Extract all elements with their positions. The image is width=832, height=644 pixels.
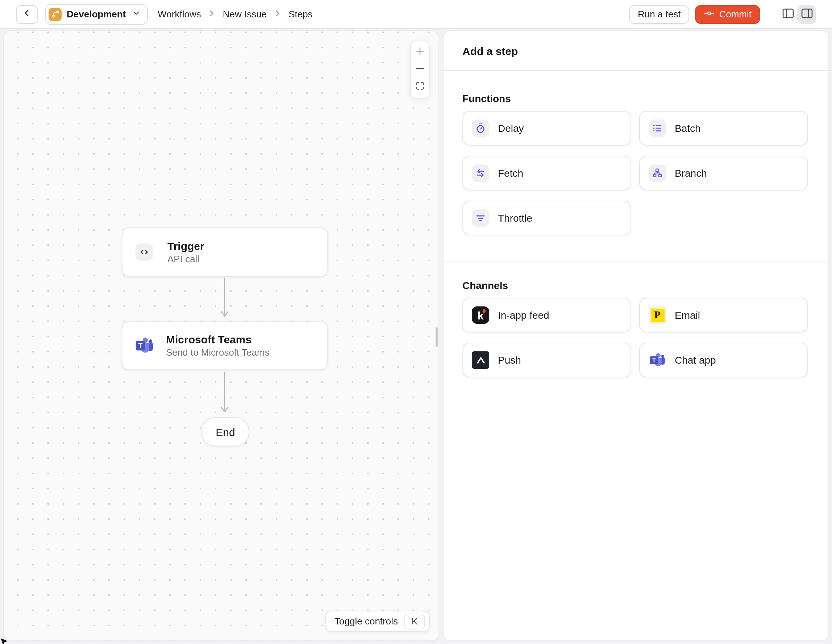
topbar: Development Workflows New Issue Steps Ru… <box>0 0 832 29</box>
node-microsoft-teams[interactable]: T Microsoft Teams Send to Microsoft Team… <box>122 321 328 370</box>
functions-section: Functions Delay <box>443 93 828 235</box>
fit-view-icon <box>414 80 426 93</box>
panel-left-icon <box>781 6 795 22</box>
step-card-branch[interactable]: Branch <box>639 156 808 190</box>
step-card-label: Branch <box>675 167 707 179</box>
functions-section-label: Functions <box>462 93 810 104</box>
fit-view-button[interactable] <box>411 78 429 96</box>
step-card-label: In-app feed <box>498 309 549 321</box>
node-subtitle: Send to Microsoft Teams <box>166 347 270 358</box>
swap-arrows-icon <box>472 165 489 182</box>
chevron-down-icon <box>131 8 141 21</box>
panel-title: Add a step <box>462 45 518 57</box>
step-card-delay[interactable]: Delay <box>462 111 631 145</box>
channels-section: Channels k In-app feed P Email <box>443 280 828 377</box>
node-trigger[interactable]: Trigger API call <box>122 227 328 277</box>
step-card-label: Throttle <box>498 212 532 224</box>
commit-icon <box>704 8 715 21</box>
node-title: Trigger <box>167 240 204 252</box>
channels-section-label: Channels <box>462 280 810 291</box>
zoom-controls <box>410 41 430 99</box>
expo-icon <box>472 352 489 369</box>
edge-trigger-to-teams <box>219 278 230 320</box>
workflow-editor: Development Workflows New Issue Steps Ru… <box>0 0 832 644</box>
step-card-chat-app[interactable]: T Chat app <box>639 343 808 377</box>
svg-text:T: T <box>652 357 656 364</box>
step-card-in-app-feed[interactable]: k In-app feed <box>462 298 631 332</box>
toggle-right-panel-button[interactable] <box>797 5 816 24</box>
chevron-right-icon <box>273 8 282 21</box>
workflow-canvas[interactable]: Trigger API call T Microsof <box>3 30 439 641</box>
postmark-icon: P <box>649 307 666 324</box>
knock-icon: k <box>472 307 489 324</box>
commit-button[interactable]: Commit <box>695 5 760 24</box>
edge-teams-to-end <box>219 372 230 416</box>
canvas-scrollbar-thumb[interactable] <box>435 328 438 347</box>
toggle-controls-label: Toggle controls <box>334 616 398 626</box>
step-card-label: Fetch <box>498 167 523 179</box>
step-card-throttle[interactable]: Throttle <box>462 201 631 235</box>
step-card-push[interactable]: Push <box>462 343 631 377</box>
plus-icon <box>414 46 426 59</box>
stopwatch-icon <box>472 120 489 137</box>
breadcrumb: Workflows New Issue Steps <box>158 8 312 21</box>
back-button[interactable] <box>16 5 38 24</box>
node-title: Microsoft Teams <box>166 333 270 345</box>
step-card-batch[interactable]: Batch <box>639 111 808 145</box>
panel-right-icon <box>800 6 813 22</box>
step-card-label: Push <box>498 354 521 366</box>
environment-label: Development <box>67 9 126 19</box>
ms-teams-icon: T <box>134 336 154 356</box>
panel-header: Add a step <box>443 31 828 71</box>
zoom-in-button[interactable] <box>411 43 429 61</box>
topbar-divider <box>770 8 770 20</box>
step-card-label: Email <box>675 309 700 321</box>
svg-text:T: T <box>138 342 143 350</box>
keyboard-shortcut-badge: K <box>405 613 425 629</box>
zoom-out-button[interactable] <box>411 61 429 78</box>
breadcrumb-steps[interactable]: Steps <box>288 9 313 19</box>
toggle-left-panel-button[interactable] <box>778 5 797 24</box>
breadcrumb-new-issue[interactable]: New Issue <box>223 9 267 19</box>
step-card-label: Chat app <box>675 354 716 366</box>
panel-divider <box>443 261 828 262</box>
org-tree-icon <box>649 165 666 182</box>
code-icon <box>136 243 153 261</box>
step-card-label: Batch <box>675 122 701 134</box>
mouse-cursor <box>0 638 9 644</box>
step-card-email[interactable]: P Email <box>639 298 808 332</box>
step-card-label: Delay <box>498 122 524 134</box>
toggle-controls-button[interactable]: Toggle controls K <box>325 611 430 632</box>
ms-teams-icon: T <box>649 352 666 369</box>
breadcrumb-workflows[interactable]: Workflows <box>158 9 201 19</box>
run-a-test-button[interactable]: Run a test <box>629 5 690 24</box>
git-branch-icon <box>48 8 62 21</box>
node-end-label: End <box>216 426 235 438</box>
step-card-fetch[interactable]: Fetch <box>462 156 631 190</box>
minus-icon <box>414 63 426 76</box>
commit-label: Commit <box>719 9 752 19</box>
node-end[interactable]: End <box>202 417 249 446</box>
chevron-right-icon <box>208 8 216 21</box>
list-icon <box>649 120 666 137</box>
filter-lines-icon <box>472 209 489 227</box>
add-step-panel: Add a step Functions Delay <box>443 30 829 641</box>
chevron-left-icon <box>21 7 33 21</box>
environment-switcher[interactable]: Development <box>45 4 147 24</box>
node-subtitle: API call <box>167 254 204 264</box>
